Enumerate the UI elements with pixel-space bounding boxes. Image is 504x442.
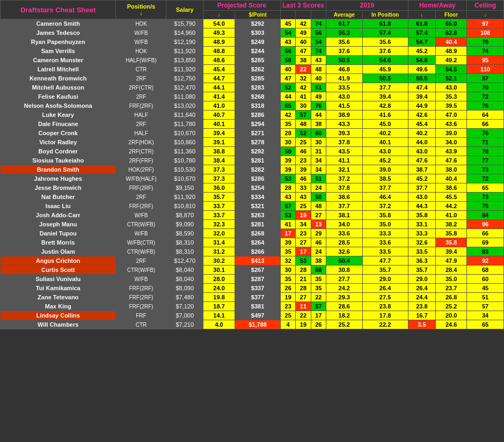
table-row: Max King FRF(2RF) $7,120 18.7 $381 23 11… [1, 302, 504, 311]
player-score1: 4 [280, 320, 295, 329]
player-name: Cameron Munster [1, 56, 116, 65]
player-avg: 28.6 [326, 302, 363, 311]
player-ceil: 83 [467, 247, 504, 256]
player-proj: 44.1 [203, 83, 235, 92]
player-floor: 47.6 [436, 156, 467, 165]
player-position: W/FB [116, 38, 166, 47]
player-score2: 27 [296, 293, 311, 302]
player-position: HALF [116, 129, 166, 138]
player-name: Angus Crichton [1, 256, 116, 266]
player-position: 2RF [116, 256, 166, 266]
player-name: Tui Kamikamica [1, 284, 116, 293]
player-salary: $11,640 [166, 110, 203, 120]
player-inp: 27.5 [362, 293, 408, 302]
player-score2: 42 [296, 19, 311, 28]
player-score2: 22 [296, 311, 311, 320]
player-position: 2RF [116, 92, 166, 101]
player-salary: $15,790 [166, 19, 203, 28]
player-score2: 27 [296, 238, 311, 247]
player-salary: $7,210 [166, 320, 203, 329]
player-position: CTR(W/FB) [116, 247, 166, 256]
player-score2: 17 [296, 247, 311, 256]
player-proj: 18.7 [203, 302, 235, 311]
subheader-s3 [311, 11, 326, 19]
player-salary: $11,080 [166, 92, 203, 101]
main-table-container: Draftstars Cheat Sheet Position/s↓ Salar… [0, 0, 504, 329]
player-ha: 35.7 [408, 266, 436, 275]
player-dpp: $292 [235, 147, 281, 156]
player-ha: 37.7 [408, 183, 436, 193]
player-score2: 38 [296, 56, 311, 65]
player-name: Luke Keary [1, 110, 116, 120]
player-floor: 28.4 [436, 266, 467, 275]
player-dpp: $381 [235, 302, 281, 311]
player-name: Brett Morris [1, 238, 116, 247]
player-proj: 49.3 [203, 28, 235, 38]
player-ha: 35.8 [408, 211, 436, 220]
player-name: Cooper Cronk [1, 129, 116, 138]
player-inp: 17.8 [362, 311, 408, 320]
player-ceil: 65 [467, 320, 504, 329]
player-floor: 35.8 [436, 229, 467, 238]
table-row: Jesse Bromwich FRF(2RF) $9,150 36.0 $254… [1, 183, 504, 193]
player-ceil: 34 [467, 311, 504, 320]
player-ha: 33.3 [408, 229, 436, 238]
player-score1: 19 [280, 293, 295, 302]
player-ha: 61.8 [408, 19, 436, 28]
player-score3: 54 [311, 38, 326, 47]
player-score3: 74 [311, 47, 326, 56]
player-name: Nelson Asofa-Solomona [1, 101, 116, 110]
player-floor: 49.2 [436, 56, 467, 65]
player-floor: 40.4 [436, 38, 467, 47]
player-position: CTR [116, 65, 166, 74]
table-row: Angus Crichton 2RF $12,470 30.2 $413 32 … [1, 256, 504, 266]
player-ceil: 70 [467, 83, 504, 92]
player-score1: 30 [280, 138, 295, 147]
table-row: Kenneath Bromwich 2RF $12,750 44.7 $285 … [1, 74, 504, 83]
player-ceil: 73 [467, 165, 504, 174]
player-inp: 42.8 [362, 101, 408, 110]
player-avg: 32.1 [326, 165, 363, 174]
header-homeaway: Home/Away [408, 1, 467, 11]
player-score3: 29 [311, 229, 326, 238]
player-proj: 28.0 [203, 275, 235, 284]
player-salary: $8,590 [166, 229, 203, 238]
player-position: FRF(2RF) [116, 302, 166, 311]
player-dpp: $286 [235, 174, 281, 183]
player-proj: 38.8 [203, 147, 235, 156]
player-inp: 23.8 [362, 302, 408, 311]
player-floor: 52.1 [436, 74, 467, 83]
table-row: Will Chambers CTR $7,210 4.0 $1,788 4 19… [1, 320, 504, 329]
player-position: FRF(2RF) [116, 293, 166, 302]
player-name: Jesse Bromwich [1, 183, 116, 193]
player-ha: 54.7 [408, 38, 436, 47]
player-inp: 54.6 [362, 56, 408, 65]
player-dpp: $262 [235, 65, 281, 74]
player-inp: 57.4 [362, 28, 408, 38]
player-score2: 42 [296, 83, 311, 92]
player-inp: 39.4 [362, 92, 408, 101]
player-dpp: $267 [235, 266, 281, 275]
table-row: Brett Morris W/FB(CTR) $8,310 31.4 $264 … [1, 238, 504, 247]
player-position: W/FB(HALF) [116, 174, 166, 183]
player-inp: 33.6 [362, 238, 408, 247]
player-dpp: $413 [235, 256, 281, 266]
player-inp: 22.2 [362, 320, 408, 329]
player-inp: 29.0 [362, 275, 408, 284]
player-score1: 30 [280, 266, 295, 275]
player-avg: 39.3 [326, 129, 363, 138]
player-score1: 39 [280, 238, 295, 247]
player-proj: 38.4 [203, 156, 235, 165]
player-ha: 44.3 [408, 202, 436, 211]
player-ceil: 51 [467, 293, 504, 302]
player-salary: $8,040 [166, 266, 203, 275]
player-ha: 33.5 [408, 247, 436, 256]
player-avg: 24.2 [326, 284, 363, 293]
player-salary: $11,920 [166, 47, 203, 56]
player-dpp: $1,788 [235, 320, 281, 329]
player-name: Daniel Tupou [1, 229, 116, 238]
player-salary: $7,480 [166, 293, 203, 302]
player-salary: $11,360 [166, 147, 203, 156]
player-score3: 24 [311, 183, 326, 193]
player-proj: 48.6 [203, 56, 235, 65]
